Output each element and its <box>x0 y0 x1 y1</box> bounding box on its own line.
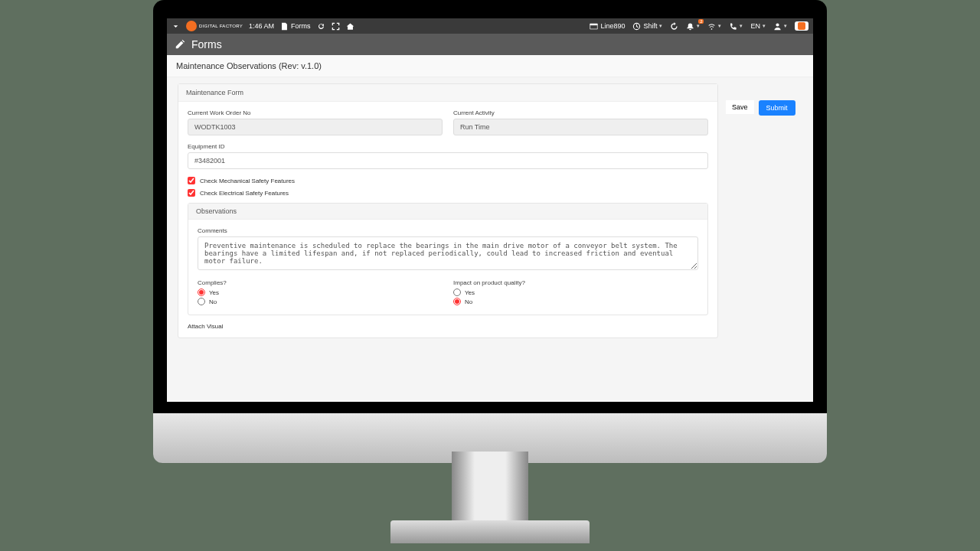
forms-tab-label: Forms <box>291 22 311 30</box>
mechanical-label: Check Mechanical Safety Features <box>200 178 295 184</box>
attach-visual-label: Attach Visual <box>188 323 708 330</box>
activity-field <box>453 119 708 135</box>
top-bar: DIGITAL FACTORY 1:46 AM Forms <box>167 18 813 34</box>
phone-icon[interactable]: ▾ <box>729 22 743 31</box>
panel-header: Maintenance Form <box>178 84 717 102</box>
activity-label: Current Activity <box>453 109 708 116</box>
impact-label: Impact on product quality? <box>453 279 698 286</box>
complies-no-label: No <box>209 298 217 305</box>
line-label: Line890 <box>600 22 625 30</box>
signal-icon[interactable]: ▾ <box>707 22 721 31</box>
user-icon[interactable]: ▾ <box>773 22 787 31</box>
complies-label: Complies? <box>198 279 443 286</box>
record-button[interactable] <box>795 21 808 31</box>
shift-selector[interactable]: Shift ▾ <box>632 22 662 31</box>
impact-no-label: No <box>465 298 472 305</box>
equipment-field[interactable] <box>188 152 708 169</box>
svg-point-1 <box>776 23 779 26</box>
complies-yes-radio[interactable] <box>198 289 205 296</box>
line-selector[interactable]: Line890 <box>590 22 625 31</box>
work-order-field <box>188 119 443 135</box>
electrical-checkbox[interactable] <box>188 189 195 197</box>
save-button[interactable]: Save <box>726 100 754 114</box>
comments-field[interactable] <box>198 236 698 270</box>
clock-text: 1:46 AM <box>249 22 274 30</box>
language-label: EN <box>750 22 760 30</box>
electrical-label: Check Electrical Safety Features <box>200 190 289 197</box>
comments-label: Comments <box>198 227 698 234</box>
language-selector[interactable]: EN ▾ <box>750 22 766 30</box>
submit-button[interactable]: Submit <box>759 100 795 116</box>
impact-yes-label: Yes <box>465 289 475 296</box>
record-icon <box>798 22 805 30</box>
page-header: Forms <box>167 34 813 55</box>
shift-label: Shift <box>643 22 657 30</box>
brand-text: DIGITAL FACTORY <box>199 24 243 28</box>
monitor-stand-neck <box>452 452 528 528</box>
impact-yes-radio[interactable] <box>453 289 461 296</box>
forms-tab[interactable]: Forms <box>280 22 311 31</box>
menu-toggle[interactable] <box>172 22 180 31</box>
notifications-icon[interactable]: 2 ▾ <box>686 22 700 31</box>
observations-header: Observations <box>188 204 707 220</box>
fullscreen-icon[interactable] <box>332 22 340 31</box>
refresh-icon[interactable] <box>317 22 325 31</box>
complies-no-radio[interactable] <box>198 298 205 305</box>
page-header-title: Forms <box>191 38 222 51</box>
equipment-label: Equipment ID <box>188 143 708 150</box>
work-order-label: Current Work Order No <box>188 109 443 116</box>
page-title: Maintenance Observations (Rev: v.1.0) <box>167 55 813 77</box>
monitor-stand-base <box>390 520 590 543</box>
impact-no-radio[interactable] <box>453 298 461 305</box>
history-icon[interactable] <box>670 22 678 31</box>
mechanical-checkbox[interactable] <box>188 177 195 184</box>
home-icon[interactable] <box>346 22 354 31</box>
brand-logo: DIGITAL FACTORY <box>186 21 243 31</box>
complies-yes-label: Yes <box>209 289 219 296</box>
edit-icon <box>175 39 185 50</box>
